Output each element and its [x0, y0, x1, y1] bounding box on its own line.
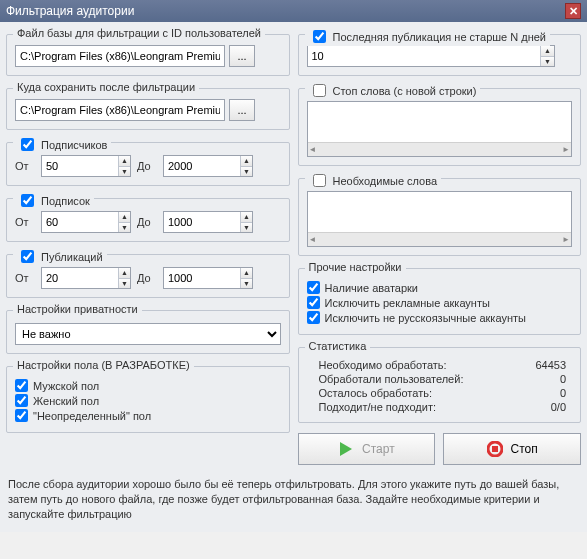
gender-group-title: Настройки пола (В РАЗРАБОТКЕ) [13, 359, 194, 371]
svg-marker-0 [340, 442, 352, 456]
save-group: Куда сохранить после фильтрации ... [6, 88, 290, 130]
avatar-label: Наличие аватарки [325, 282, 419, 294]
followers-checkbox[interactable] [21, 138, 34, 151]
spin-down-icon[interactable]: ▼ [119, 279, 130, 289]
exclude-ads-label: Исключить рекламные аккаунты [325, 297, 490, 309]
spin-up-icon[interactable]: ▲ [119, 212, 130, 223]
footer-text: После сбора аудитории хорошо было бы её … [0, 471, 587, 532]
spin-up-icon[interactable]: ▲ [241, 268, 252, 279]
to-label: До [137, 272, 157, 284]
spin-down-icon[interactable]: ▼ [241, 167, 252, 177]
followers-group: Подписчиков От ▲▼ До ▲▼ [6, 142, 290, 186]
right-column: Последняя публикация не старше N дней ▲▼… [298, 28, 582, 465]
stat-fit-value: 0/0 [551, 401, 566, 413]
svg-rect-2 [492, 446, 498, 452]
gender-female-checkbox[interactable] [15, 394, 28, 407]
reqwords-label: Необходимые слова [333, 175, 438, 187]
reqwords-textarea[interactable] [308, 192, 572, 232]
stat-left-label: Осталось обработать: [319, 387, 432, 399]
followers-from-input[interactable] [42, 156, 118, 176]
start-button[interactable]: Старт [298, 433, 436, 465]
stats-group-title: Статистика [305, 340, 371, 352]
followers-from-spin[interactable]: ▲▼ [41, 155, 131, 177]
posts-checkbox[interactable] [21, 250, 34, 263]
stat-row: Обработали пользователей: 0 [309, 372, 571, 386]
left-column: Файл базы для фильтрации с ID пользовате… [6, 28, 290, 465]
file-group-title: Файл базы для фильтрации с ID пользовате… [13, 27, 265, 39]
posts-label: Публикаций [41, 251, 103, 263]
following-to-spin[interactable]: ▲▼ [163, 211, 253, 233]
from-label: От [15, 272, 35, 284]
stop-icon [487, 441, 503, 457]
spin-down-icon[interactable]: ▼ [241, 223, 252, 233]
following-group: Подписок От ▲▼ До ▲▼ [6, 198, 290, 242]
gender-undef-label: "Неопределенный" пол [33, 410, 151, 422]
spin-down-icon[interactable]: ▼ [541, 57, 553, 67]
following-from-input[interactable] [42, 212, 118, 232]
stopwords-textarea[interactable] [308, 102, 572, 142]
following-checkbox[interactable] [21, 194, 34, 207]
stat-row: Подходит/не подходит: 0/0 [309, 400, 571, 414]
spin-down-icon[interactable]: ▼ [119, 167, 130, 177]
spin-up-icon[interactable]: ▲ [541, 46, 553, 57]
spin-down-icon[interactable]: ▼ [241, 279, 252, 289]
to-label: До [137, 160, 157, 172]
titlebar: Фильтрация аудитории ✕ [0, 0, 587, 22]
following-to-input[interactable] [164, 212, 240, 232]
save-group-title: Куда сохранить после фильтрации [13, 81, 199, 93]
spin-up-icon[interactable]: ▲ [119, 268, 130, 279]
followers-to-input[interactable] [164, 156, 240, 176]
exclude-nonru-checkbox[interactable] [307, 311, 320, 324]
from-label: От [15, 160, 35, 172]
gender-group: Настройки пола (В РАЗРАБОТКЕ) Мужской по… [6, 366, 290, 433]
posts-to-input[interactable] [164, 268, 240, 288]
posts-to-spin[interactable]: ▲▼ [163, 267, 253, 289]
reqwords-checkbox[interactable] [313, 174, 326, 187]
following-label: Подписок [41, 195, 90, 207]
spin-up-icon[interactable]: ▲ [241, 156, 252, 167]
followers-to-spin[interactable]: ▲▼ [163, 155, 253, 177]
close-button[interactable]: ✕ [565, 3, 581, 19]
stop-button[interactable]: Стоп [443, 433, 581, 465]
spin-down-icon[interactable]: ▼ [119, 223, 130, 233]
file-group: Файл базы для фильтрации с ID пользовате… [6, 34, 290, 76]
lastpub-input[interactable] [308, 46, 541, 66]
start-label: Старт [362, 442, 395, 456]
lastpub-spin[interactable]: ▲▼ [307, 45, 555, 67]
hscrollbar[interactable]: ◄► [308, 232, 572, 246]
following-from-spin[interactable]: ▲▼ [41, 211, 131, 233]
spin-up-icon[interactable]: ▲ [241, 212, 252, 223]
window-title: Фильтрация аудитории [6, 0, 134, 22]
stopwords-label: Стоп слова (с новой строки) [333, 85, 477, 97]
stat-done-label: Обработали пользователей: [319, 373, 464, 385]
gender-male-checkbox[interactable] [15, 379, 28, 392]
save-browse-button[interactable]: ... [229, 99, 255, 121]
gender-female-label: Женский пол [33, 395, 99, 407]
save-path-input[interactable] [15, 99, 225, 121]
posts-group: Публикаций От ▲▼ До ▲▼ [6, 254, 290, 298]
privacy-select[interactable]: Не важно [15, 323, 281, 345]
gender-undef-checkbox[interactable] [15, 409, 28, 422]
play-icon [338, 441, 354, 457]
stop-label: Стоп [511, 442, 538, 456]
stat-done-value: 0 [560, 373, 566, 385]
avatar-checkbox[interactable] [307, 281, 320, 294]
stopwords-checkbox[interactable] [313, 84, 326, 97]
reqwords-group: Необходимые слова ◄► [298, 178, 582, 256]
close-icon: ✕ [569, 6, 578, 17]
posts-from-input[interactable] [42, 268, 118, 288]
exclude-ads-checkbox[interactable] [307, 296, 320, 309]
posts-from-spin[interactable]: ▲▼ [41, 267, 131, 289]
exclude-nonru-label: Исключить не русскоязычные аккаунты [325, 312, 526, 324]
file-browse-button[interactable]: ... [229, 45, 255, 67]
file-path-input[interactable] [15, 45, 225, 67]
other-group-title: Прочие настройки [305, 261, 406, 273]
to-label: До [137, 216, 157, 228]
stat-need-label: Необходимо обработать: [319, 359, 447, 371]
stopwords-group: Стоп слова (с новой строки) ◄► [298, 88, 582, 166]
spin-up-icon[interactable]: ▲ [119, 156, 130, 167]
hscrollbar[interactable]: ◄► [308, 142, 572, 156]
lastpub-checkbox[interactable] [313, 30, 326, 43]
gender-male-label: Мужской пол [33, 380, 99, 392]
stat-need-value: 64453 [535, 359, 566, 371]
